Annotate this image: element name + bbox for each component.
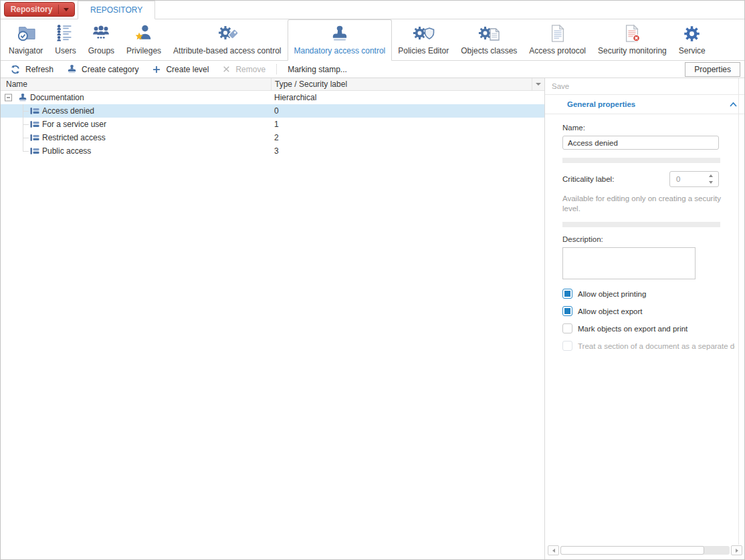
column-menu-button[interactable] — [532, 78, 544, 90]
main-area: Name Type / Security label Documentation… — [1, 78, 744, 559]
users-icon — [56, 23, 75, 44]
ribbon-item-navigator[interactable]: Navigator — [3, 19, 49, 60]
scroll-track[interactable] — [560, 546, 730, 555]
menu-divider — [58, 5, 59, 14]
name-input[interactable] — [562, 136, 719, 150]
create-category-button[interactable]: Create category — [60, 62, 145, 77]
description-input[interactable] — [562, 247, 696, 279]
criticality-label: Criticality label: — [562, 175, 669, 183]
scroll-thumb[interactable] — [560, 546, 704, 555]
properties-button[interactable]: Properties — [685, 62, 740, 77]
ribbon-item-policies-editor[interactable]: Policies Editor — [392, 19, 455, 60]
refresh-button[interactable]: Refresh — [3, 62, 60, 77]
gear-shield-icon — [411, 23, 435, 44]
tree-row-label: Public access — [42, 146, 91, 156]
column-header-name[interactable]: Name — [1, 80, 27, 89]
tree-row-documentation[interactable]: Documentation Hierarchical — [1, 91, 544, 104]
ribbon-item-objects-classes[interactable]: Objects classes — [455, 19, 523, 60]
repository-menu-button[interactable]: Repository — [4, 2, 75, 17]
privileges-icon — [134, 23, 153, 44]
tree-row-label: Documentation — [30, 93, 84, 102]
security-level-icon — [30, 120, 39, 128]
security-level-icon — [30, 134, 39, 142]
tree-row-public-access[interactable]: Public access 3 — [1, 144, 544, 158]
checkbox-mark-objects-on-export-and-print[interactable]: Mark objects on export and print — [562, 323, 735, 333]
checkbox-unchecked-icon[interactable] — [562, 323, 572, 333]
stepper-down-icon[interactable] — [709, 181, 713, 184]
marking-stamp-button[interactable]: Marking stamp... — [281, 62, 354, 77]
ribbon-item-label: Objects classes — [461, 46, 517, 55]
create-level-button[interactable]: Create level — [145, 62, 215, 77]
ribbon-item-security-monitoring[interactable]: Security monitoring — [592, 19, 673, 60]
security-level-icon — [30, 107, 39, 115]
repository-menu-label: Repository — [5, 5, 58, 14]
checkbox-treat-section-as-separate-document[interactable]: Treat a section of a document as a separ… — [562, 341, 735, 351]
section-title: General properties — [567, 100, 635, 108]
remove-button[interactable]: Remove — [215, 62, 272, 77]
checkbox-unchecked-icon — [562, 341, 572, 351]
arrow-right-icon — [736, 549, 738, 553]
scroll-right-button[interactable] — [731, 545, 742, 555]
document-lines-icon — [548, 23, 567, 44]
checkbox-checked-icon[interactable] — [562, 289, 572, 299]
tree-header: Name Type / Security label — [1, 78, 544, 91]
criticality-stepper[interactable]: 0 — [669, 171, 719, 187]
checkbox-label: Allow object export — [578, 307, 643, 315]
action-toolbar: Refresh Create category Create level Rem… — [1, 61, 744, 78]
refresh-icon — [10, 64, 21, 75]
ribbon-item-label: Groups — [88, 46, 114, 55]
ribbon-item-groups[interactable]: Groups — [82, 19, 120, 60]
tree-row-label: For a service user — [42, 120, 106, 129]
criticality-value: 0 — [670, 175, 704, 183]
arrow-left-icon — [552, 549, 555, 553]
groups-icon — [91, 23, 111, 44]
create-level-label: Create level — [166, 65, 209, 74]
stepper-arrows[interactable] — [704, 174, 718, 184]
section-general-properties[interactable]: General properties — [545, 95, 744, 114]
category-stamp-icon — [18, 93, 27, 102]
tree-row-label: Access denied — [42, 106, 94, 116]
ribbon-item-label: Attribute-based access control — [173, 46, 281, 55]
tab-repository[interactable]: REPOSITORY — [78, 1, 155, 19]
column-header-type[interactable]: Type / Security label — [271, 78, 347, 90]
ribbon-item-users[interactable]: Users — [49, 19, 82, 60]
security-level-icon — [30, 147, 39, 155]
checkbox-allow-object-export[interactable]: Allow object export — [562, 306, 735, 316]
tree-row-label: Restricted access — [42, 133, 106, 142]
tree-connector — [23, 144, 30, 158]
gear-tag-icon — [216, 23, 239, 44]
tree-connector — [23, 104, 30, 118]
properties-panel: Save General properties Name: Criticalit… — [545, 78, 744, 559]
ribbon-item-attribute-based-access-control[interactable]: Attribute-based access control — [167, 19, 287, 60]
ribbon-item-label: Navigator — [9, 46, 43, 55]
checkbox-allow-object-printing[interactable]: Allow object printing — [562, 289, 735, 299]
save-button-label: Save — [552, 82, 569, 90]
ribbon-item-access-protocol[interactable]: Access protocol — [523, 19, 592, 60]
x-icon — [222, 65, 231, 74]
tab-strip: Repository REPOSITORY — [1, 1, 744, 19]
stamp-icon — [330, 23, 349, 44]
tree-row-type: 2 — [274, 133, 279, 142]
ribbon-item-label: Policies Editor — [398, 46, 449, 55]
h-scrollbar[interactable] — [548, 545, 742, 555]
toolbar-divider — [276, 64, 277, 74]
checkbox-label: Treat a section of a document as a separ… — [578, 342, 735, 350]
tree-row-access-denied[interactable]: Access denied 0 — [1, 104, 544, 118]
chevron-up-icon[interactable] — [730, 102, 737, 107]
ribbon-item-mandatory-access-control[interactable]: Mandatory access control — [288, 19, 393, 61]
description-label: Description: — [562, 235, 735, 243]
stamp-icon — [67, 64, 77, 74]
checkbox-checked-icon[interactable] — [562, 306, 572, 316]
ribbon-item-label: Access protocol — [529, 46, 586, 55]
tree-row-for-a-service-user[interactable]: For a service user 1 — [1, 118, 544, 131]
tree-row-restricted-access[interactable]: Restricted access 2 — [1, 131, 544, 144]
collapse-toggle-icon[interactable] — [5, 94, 12, 102]
save-button[interactable]: Save — [545, 78, 744, 95]
ribbon-item-privileges[interactable]: Privileges — [120, 19, 167, 60]
tree-connector — [23, 131, 30, 144]
ribbon-item-service[interactable]: Service — [673, 19, 712, 60]
stepper-up-icon[interactable] — [709, 174, 713, 177]
security-levels-tree-panel: Name Type / Security label Documentation… — [1, 78, 545, 559]
scroll-left-button[interactable] — [548, 545, 559, 555]
criticality-hint: Available for editing only on creating a… — [562, 194, 730, 214]
